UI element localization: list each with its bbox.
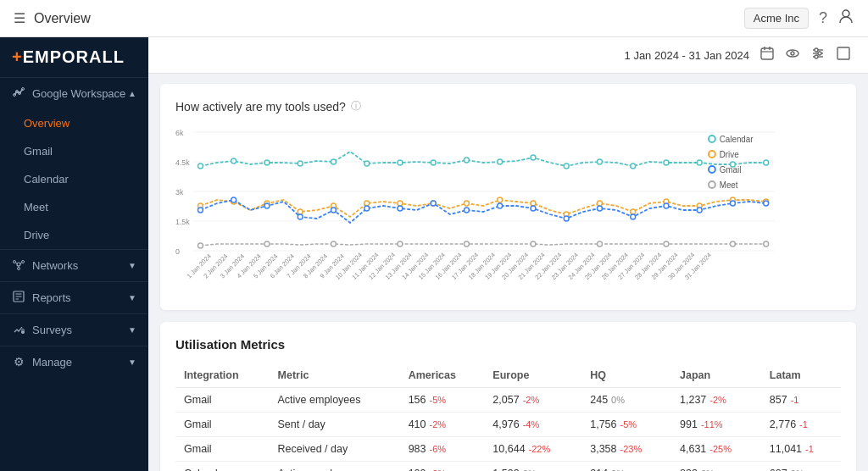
svg-point-77	[231, 197, 236, 202]
col-japan: Japan	[671, 363, 761, 388]
sidebar-label-google-workspace: Google Workspace	[32, 87, 125, 100]
sliders-icon[interactable]	[810, 46, 826, 64]
cell-hq: 2450%	[581, 388, 671, 413]
sidebar-item-meet[interactable]: Meet	[0, 193, 148, 221]
svg-text:1.5k: 1.5k	[175, 218, 190, 226]
sidebar-item-manage[interactable]: ⚙ Manage ▼	[0, 346, 148, 377]
logo: +EMPORALL	[0, 37, 148, 77]
sidebar-label-gmail: Gmail	[24, 145, 53, 158]
svg-text:Drive: Drive	[720, 150, 739, 159]
reports-section: Reports ▼	[0, 281, 148, 313]
svg-point-94	[198, 243, 203, 248]
svg-point-98	[464, 241, 469, 247]
menu-icon[interactable]: ☰	[14, 10, 25, 26]
eye-icon[interactable]	[785, 46, 800, 64]
svg-point-84	[464, 208, 469, 213]
cell-japan: 1,237-2%	[671, 388, 761, 413]
svg-point-97	[398, 241, 403, 247]
svg-point-103	[764, 241, 769, 247]
svg-point-139	[709, 166, 715, 173]
svg-point-48	[464, 158, 469, 163]
svg-point-83	[431, 201, 436, 206]
expand-icon[interactable]	[836, 46, 851, 64]
account-button[interactable]: Acme Inc	[744, 8, 809, 29]
cell-americas: 410-2%	[400, 413, 485, 437]
table-header-row: Integration Metric Americas Europe HQ Ja…	[175, 363, 841, 388]
topbar-left: ☰ Overview	[14, 10, 91, 26]
workspace-icon	[12, 86, 25, 101]
utilisation-table: Integration Metric Americas Europe HQ Ja…	[175, 363, 841, 471]
svg-point-27	[818, 52, 821, 55]
sidebar-item-networks[interactable]: Networks ▼	[0, 250, 148, 281]
svg-text:Gmail: Gmail	[720, 165, 742, 175]
sidebar-item-calendar[interactable]: Calendar	[0, 165, 148, 193]
table-row: Gmail Sent / day 410-2% 4,976-4% 1,756-5…	[175, 413, 841, 437]
svg-point-55	[697, 160, 702, 165]
cell-metric: Active employees	[270, 388, 400, 413]
svg-point-89	[631, 214, 636, 219]
cell-latam: 6870%	[761, 462, 841, 472]
svg-point-68	[531, 201, 536, 206]
cell-americas: 983-6%	[400, 437, 485, 462]
help-icon[interactable]: ?	[819, 9, 827, 27]
date-range: 1 Jan 2024 - 31 Jan 2024	[625, 49, 749, 62]
svg-point-71	[631, 209, 636, 214]
cell-japan: 4,631-25%	[671, 437, 761, 462]
chevron-down-icon: ▼	[128, 261, 136, 270]
table-row: Gmail Active employees 156-5% 2,057-2% 2…	[175, 388, 841, 413]
cell-latam: 2,776-1	[761, 413, 841, 437]
svg-point-95	[264, 241, 270, 247]
svg-text:4.5k: 4.5k	[175, 158, 190, 167]
svg-point-64	[398, 201, 403, 206]
sidebar-item-reports[interactable]: Reports ▼	[0, 282, 148, 313]
sidebar-label-networks: Networks	[32, 259, 78, 272]
svg-point-63	[364, 201, 370, 206]
chevron-down-icon-manage: ▼	[128, 357, 136, 367]
manage-icon: ⚙	[12, 355, 25, 368]
svg-point-22	[791, 52, 794, 55]
svg-point-100	[597, 241, 602, 247]
chart-container: 6k 4.5k 3k 1.5k 0	[175, 125, 841, 295]
reports-icon	[12, 291, 25, 305]
chevron-down-icon-surveys: ▼	[128, 325, 136, 335]
sidebar-item-surveys[interactable]: Surveys ▼	[0, 314, 148, 346]
chevron-up-icon: ▲	[128, 89, 136, 98]
svg-point-102	[730, 241, 735, 247]
svg-point-44	[331, 159, 336, 164]
cell-latam: 857-1	[761, 388, 841, 413]
cell-japan: 8330%	[671, 462, 761, 472]
google-workspace-section: Google Workspace ▲ Overview Gmail Calend…	[0, 77, 148, 249]
svg-rect-29	[837, 47, 849, 59]
svg-point-135	[709, 136, 715, 142]
svg-point-80	[331, 208, 336, 213]
svg-point-82	[398, 206, 403, 211]
svg-point-57	[764, 160, 769, 165]
svg-point-54	[664, 160, 669, 165]
surveys-icon	[12, 323, 25, 337]
svg-point-43	[298, 161, 303, 166]
sidebar: +EMPORALL Google Workspace ▲ Overview Gm…	[0, 37, 148, 471]
info-icon[interactable]: ⓘ	[351, 99, 361, 114]
svg-point-81	[364, 206, 370, 211]
svg-point-90	[664, 203, 669, 208]
cell-integration: Calendar	[175, 462, 270, 472]
cell-americas: 109-3%	[400, 462, 485, 472]
manage-section: ⚙ Manage ▼	[0, 346, 148, 377]
svg-text:3k: 3k	[175, 188, 184, 197]
sidebar-item-gmail[interactable]: Gmail	[0, 137, 148, 165]
col-integration: Integration	[175, 363, 270, 388]
svg-point-99	[531, 241, 536, 247]
svg-point-0	[843, 10, 849, 17]
sidebar-label-reports: Reports	[32, 291, 71, 304]
sidebar-item-google-workspace[interactable]: Google Workspace ▲	[0, 78, 148, 109]
user-icon[interactable]	[837, 8, 854, 29]
cell-europe: 4,976-4%	[484, 413, 581, 437]
svg-point-46	[398, 160, 403, 165]
surveys-section: Surveys ▼	[0, 313, 148, 346]
sidebar-item-drive[interactable]: Drive	[0, 221, 148, 249]
cell-integration: Gmail	[175, 388, 270, 413]
sidebar-item-overview[interactable]: Overview	[0, 109, 148, 137]
cell-latam: 11,041-1	[761, 437, 841, 462]
calendar-icon[interactable]	[760, 46, 775, 64]
sidebar-label-drive: Drive	[24, 229, 49, 241]
